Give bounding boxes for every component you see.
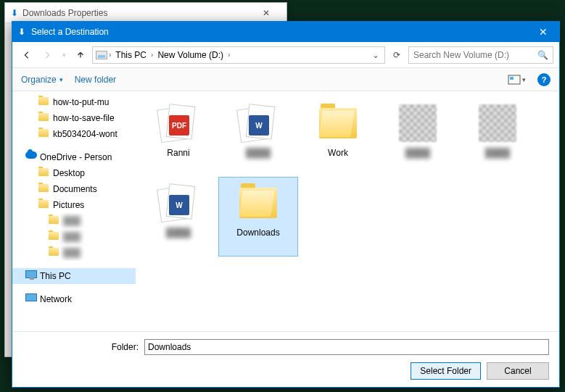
back-button[interactable] [18,46,36,64]
nav-row: ▾ › This PC › New Volume (D:) › ⌄ ⟳ 🔍 [12,42,559,68]
dialog-body: how-to-put-muhow-to-save-filekb5034204-w… [12,91,559,331]
titlebar: ⬇ Select a Destination ✕ [12,22,559,42]
recent-dropdown[interactable]: ▾ [59,46,69,64]
search-input[interactable] [413,50,548,60]
tree-item[interactable]: This PC [12,268,136,284]
nav-tree[interactable]: how-to-put-muhow-to-save-filekb5034204-w… [12,91,136,331]
folder-icon [49,215,60,227]
new-folder-button[interactable]: New folder [75,75,116,85]
tree-label: how-to-save-file [53,113,115,123]
tree-label: xxxx [63,216,81,226]
chevron-right-icon[interactable]: › [151,51,153,59]
tree-label: xxxx [63,248,81,258]
item-label: Downloads [236,228,279,238]
word-folder-icon: W [157,181,200,225]
folder-icon [316,101,360,145]
bg-title-text: Downloads Properties [22,8,107,18]
tree-item[interactable]: kb5034204-wont [12,126,136,142]
folder-icon [38,112,50,124]
folder-item[interactable]: PDFRanni [139,97,218,177]
tree-label: Desktop [53,168,85,178]
tree-label: Network [40,294,72,304]
tree-item[interactable]: Documents [12,181,136,197]
item-label: ████ [485,148,510,158]
folder-icon [38,167,50,179]
select-folder-button[interactable]: Select Folder [411,362,481,380]
dialog-title: Select a Destination [31,27,109,37]
chevron-right-icon[interactable]: › [228,51,230,59]
folder-item[interactable]: ████ [378,97,458,177]
network-icon [25,293,37,305]
item-label: ████ [246,148,271,158]
folder-icon [49,231,60,243]
down-arrow-icon: ⬇ [18,27,25,37]
content-pane[interactable]: PDFRanniW████Work████████W████Downloads [136,91,559,331]
tree-label: OneDrive - Person [40,152,112,162]
blurred-thumbnail [476,101,519,145]
pdf-folder-icon: PDF [157,101,200,145]
crumb-this-pc[interactable]: This PC [112,50,149,60]
item-label: Work [328,148,348,158]
svg-rect-1 [510,77,514,80]
item-label: ████ [405,148,430,158]
search-icon: 🔍 [537,50,548,60]
folder-icon [38,199,50,211]
folder-item[interactable]: ████ [458,97,537,177]
drive-icon [96,51,107,59]
select-destination-dialog: ⬇ Select a Destination ✕ ▾ › This PC › N… [12,21,560,388]
tree-item[interactable]: OneDrive - Person [12,149,136,165]
tree-label: xxxx [63,232,81,242]
word-folder-icon: W [236,101,280,145]
organize-menu[interactable]: Organize▾ [21,75,63,85]
tree-item[interactable]: xxxx [12,229,136,245]
down-arrow-icon: ⬇ [11,8,18,18]
up-button[interactable] [72,46,89,64]
tree-item[interactable]: xxxx [12,213,136,229]
tree-label: Documents [53,184,97,194]
item-label: ████ [166,228,191,238]
folder-icon [236,181,280,225]
crumb-volume[interactable]: New Volume (D:) [154,50,226,60]
tree-label: This PC [40,271,71,281]
folder-icon [38,96,50,108]
folder-item[interactable]: W████ [218,97,298,177]
tree-item[interactable]: Pictures [12,197,136,213]
tree-label: kb5034204-wont [53,129,117,139]
folder-icon [49,247,60,259]
tree-item[interactable]: how-to-put-mu [12,94,136,110]
tree-label: Pictures [53,200,84,210]
footer: Folder: Select Folder Cancel [12,331,559,387]
folder-icon [38,128,50,140]
chevron-right-icon[interactable]: › [109,51,111,59]
blurred-thumbnail [396,101,440,145]
tree-item[interactable]: Network [12,291,136,307]
bg-titlebar: ⬇ Downloads Properties ✕ [5,3,286,23]
refresh-button[interactable]: ⟳ [388,46,405,64]
folder-item[interactable]: W████ [139,177,218,257]
close-button[interactable]: ✕ [527,22,559,42]
folder-icon [38,183,50,195]
bg-close-button[interactable]: ✕ [252,3,281,23]
tree-item[interactable]: xxxx [12,245,136,261]
item-label: Ranni [167,148,189,158]
folder-input[interactable] [144,339,549,355]
toolbar: Organize▾ New folder ▾ ? [12,68,559,91]
cancel-button[interactable]: Cancel [487,362,549,380]
tree-label: how-to-put-mu [53,97,109,107]
onedrive-icon [25,151,37,163]
search-box[interactable]: 🔍 [408,46,553,64]
breadcrumb-dropdown[interactable]: ⌄ [370,50,382,60]
tree-item[interactable]: how-to-save-file [12,110,136,126]
breadcrumb[interactable]: › This PC › New Volume (D:) › ⌄ [92,46,385,64]
folder-item[interactable]: Downloads [218,177,298,257]
folder-item[interactable]: Work [298,97,378,177]
tree-item[interactable]: Desktop [12,165,136,181]
forward-button[interactable] [38,46,56,64]
folder-label: Folder: [22,342,139,352]
view-options[interactable]: ▾ [508,75,526,85]
this-pc-icon [25,270,37,282]
help-button[interactable]: ? [537,73,550,86]
